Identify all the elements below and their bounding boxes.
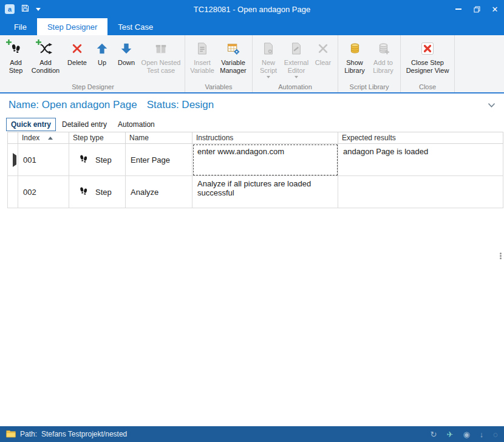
condition-icon: [39, 39, 52, 58]
up-button[interactable]: Up: [91, 37, 113, 83]
column-header-step-type[interactable]: Step type: [69, 132, 126, 144]
group-label-close: Close: [401, 83, 454, 92]
collapse-chevron-down-icon[interactable]: [488, 103, 495, 108]
row-indicator-icon: [13, 153, 16, 167]
new-script-button: New Script: [255, 37, 282, 83]
maximize-button[interactable]: [468, 0, 486, 18]
up-arrow-icon: [95, 39, 109, 58]
folder-icon: [6, 429, 16, 440]
group-label-automation: Automation: [253, 83, 338, 92]
footsteps-icon: [78, 153, 89, 166]
tab-test-case[interactable]: Test Case: [107, 18, 163, 35]
library-db-icon: [349, 39, 361, 58]
variable-manager-button[interactable]: Variable Manager: [217, 37, 250, 83]
ribbon: Add Step Add Condition Delete Up: [0, 35, 504, 93]
expected-cell[interactable]: [338, 176, 503, 208]
library-db-icon: [377, 39, 390, 58]
name-cell[interactable]: Enter Page: [126, 144, 192, 176]
path-label: Path:: [20, 430, 37, 438]
expected-cell[interactable]: andagon Page is loaded: [338, 144, 503, 176]
close-step-designer-view-button[interactable]: Close Step Designer View: [403, 37, 452, 83]
delete-x-icon: [71, 39, 83, 58]
tab-detailed-entry[interactable]: Detailed entry: [57, 118, 112, 131]
tab-step-designer[interactable]: Step Designer: [37, 18, 107, 35]
status-refresh-icon[interactable]: ↻: [431, 430, 437, 439]
column-header-index[interactable]: Index: [18, 132, 69, 144]
step-designer-view: Name: Open andagon Page Status: Design Q…: [0, 93, 504, 426]
ribbon-tab-bar: File Step Designer Test Case: [0, 18, 504, 35]
nested-box-icon: [154, 39, 168, 58]
group-label-script-library: Script Library: [338, 83, 400, 92]
tab-automation[interactable]: Automation: [113, 118, 160, 131]
app-logo-icon[interactable]: a: [5, 4, 15, 14]
path-value: Stefans Testprojekt/nested: [41, 430, 127, 438]
insert-variable-button: Insert Variable: [188, 37, 217, 83]
status-send-icon[interactable]: ✈: [447, 430, 454, 439]
column-header-instructions[interactable]: Instructions: [192, 132, 338, 144]
testcase-header: Name: Open andagon Page Status: Design: [0, 93, 504, 117]
splitter-handle[interactable]: [500, 253, 502, 259]
window-title: TC128081 - Open andagon Page: [0, 5, 504, 14]
steps-table: Index Step type Name Instructions Expect…: [7, 132, 503, 208]
ribbon-group-variables: Insert Variable Variable Manager: [185, 35, 253, 92]
row-indicator-cell[interactable]: [8, 176, 18, 208]
testcase-name: Name: Open andagon Page: [9, 99, 137, 111]
name-cell[interactable]: Analyze: [126, 176, 192, 208]
ribbon-group-script-library: Show Library Add to Library Script Libra…: [338, 35, 401, 92]
tab-quick-entry[interactable]: Quick entry: [6, 118, 56, 131]
column-header-name[interactable]: Name: [126, 132, 192, 144]
show-library-button[interactable]: Show Library: [341, 37, 369, 83]
entry-mode-tabs: Quick entry Detailed entry Automation: [0, 117, 504, 131]
table-row: 001 Step Enter Page enter www.andagon.co…: [8, 144, 503, 176]
ribbon-group-automation: New Script External Editor Clear Automat…: [253, 35, 338, 92]
quick-access-chevron-down-icon[interactable]: [36, 8, 41, 11]
testcase-status: Status: Design: [147, 99, 214, 111]
clear-button: Clear: [311, 37, 335, 83]
chevron-down-icon: [295, 76, 298, 78]
add-step-button[interactable]: Add Step: [4, 37, 28, 83]
add-condition-button[interactable]: Add Condition: [28, 37, 63, 83]
footsteps-icon: [9, 39, 22, 58]
status-download-icon[interactable]: ↓: [480, 430, 484, 439]
row-indicator-header: [8, 132, 18, 144]
down-arrow-icon: [120, 39, 133, 58]
close-view-icon: [420, 39, 435, 58]
close-button[interactable]: ✕: [486, 0, 504, 18]
status-bar-icons: ↻ ✈ ◉ ↓ ◌: [431, 430, 498, 439]
open-nested-testcase-button: Open Nested Test case: [140, 37, 182, 83]
column-header-expected[interactable]: Expected results: [338, 132, 503, 144]
down-button[interactable]: Down: [113, 37, 140, 83]
delete-button[interactable]: Delete: [63, 37, 91, 83]
row-indicator-cell[interactable]: [8, 144, 18, 176]
save-icon[interactable]: [21, 4, 30, 15]
instructions-cell[interactable]: Analyze if all pictures are loaded succe…: [192, 176, 338, 208]
add-to-library-button: Add to Library: [369, 37, 398, 83]
title-bar: a TC128081 - Open andagon Page ✕: [0, 0, 504, 18]
editor-doc-icon: [290, 39, 302, 58]
instructions-cell[interactable]: enter www.andagon.com: [192, 144, 338, 176]
add-plus-icon: [36, 39, 41, 47]
index-cell[interactable]: 002: [18, 176, 69, 208]
tab-file[interactable]: File: [4, 18, 37, 35]
footsteps-icon: [78, 185, 89, 199]
minimize-icon: [455, 8, 461, 10]
add-plus-icon: [6, 39, 12, 47]
chevron-down-icon: [267, 76, 270, 78]
index-cell[interactable]: 001: [18, 144, 69, 176]
external-editor-button: External Editor: [282, 37, 311, 83]
close-icon: ✕: [492, 5, 499, 14]
variable-doc-icon: [196, 39, 208, 58]
status-ring-icon[interactable]: ◌: [493, 430, 498, 439]
status-circle-icon[interactable]: ◉: [463, 430, 469, 439]
script-doc-icon: [262, 39, 274, 58]
step-type-cell[interactable]: Step: [69, 144, 126, 176]
group-label-variables: Variables: [185, 83, 252, 92]
variable-manager-icon: [226, 39, 240, 58]
sort-asc-icon: [48, 137, 53, 140]
clear-x-icon: [317, 39, 329, 58]
restore-icon: [474, 6, 480, 13]
group-label-step-designer: Step Designer: [1, 83, 185, 92]
minimize-button[interactable]: [449, 0, 468, 18]
ribbon-group-close: Close Step Designer View Close: [401, 35, 455, 92]
step-type-cell[interactable]: Step: [69, 176, 126, 208]
